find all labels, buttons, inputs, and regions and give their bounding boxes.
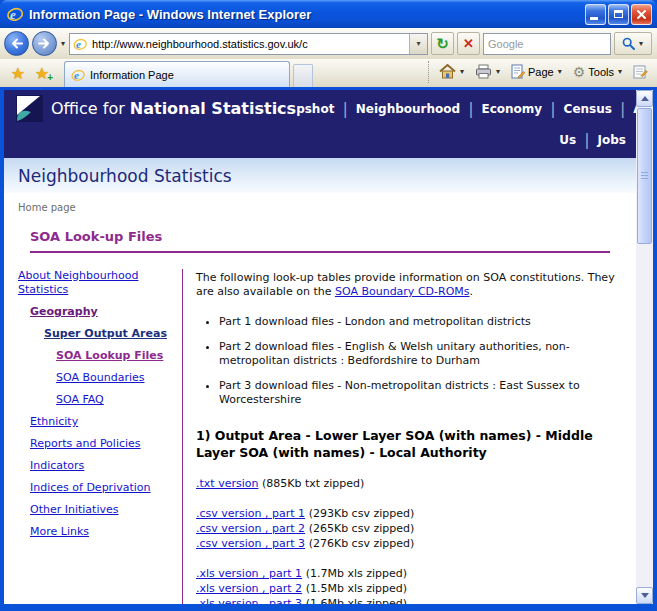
nav-separator: |	[342, 99, 347, 118]
close-icon	[632, 5, 651, 24]
edit-button[interactable]	[630, 62, 651, 81]
svg-text:e: e	[76, 37, 81, 49]
section-heading: 1) Output Area - Lower Layer SOA (with n…	[196, 427, 626, 461]
printer-icon	[475, 64, 492, 79]
new-tab-stub[interactable]	[293, 64, 313, 87]
nav-separator: |	[584, 130, 589, 149]
minimize-button[interactable]	[585, 4, 606, 25]
brand-text-light: Office for	[51, 99, 125, 118]
site-nav-row2: Us | Jobs	[16, 130, 626, 151]
file-size-info: (885Kb txt zipped)	[262, 477, 364, 490]
nav-separator: |	[468, 99, 473, 118]
nav-item-economy[interactable]: Economy	[482, 102, 543, 116]
print-dropdown-icon: ▾	[495, 67, 501, 76]
stop-icon: ✕	[463, 37, 474, 50]
intro-period: .	[470, 285, 474, 298]
site-header: Office for National Statistics pshot | N…	[4, 90, 636, 158]
web-page: Office for National Statistics pshot | N…	[4, 90, 636, 604]
tab-information-page[interactable]: e Information Page	[64, 61, 290, 87]
scroll-down-icon	[641, 593, 649, 598]
sidebar-item-geography[interactable]: Geography	[4, 305, 182, 319]
page-menu-button[interactable]: Page ▾	[508, 62, 566, 81]
print-button[interactable]: ▾	[472, 62, 504, 81]
xls-version-part3-link[interactable]: .xls version , part 3	[196, 597, 302, 604]
download-parts-list: Part 1 download files - London and metro…	[196, 315, 626, 407]
page-menu-label: Page	[528, 66, 554, 78]
nav-item-snapshot[interactable]: pshot	[296, 102, 334, 116]
sidebar-item-other-initiatives[interactable]: Other Initiatives	[4, 503, 182, 517]
plus-icon: +	[47, 72, 53, 83]
intro-paragraph: The following look-up tables provide inf…	[196, 271, 626, 299]
maximize-button[interactable]	[608, 4, 629, 25]
refresh-button[interactable]: ↻	[431, 32, 454, 55]
file-size-info: (293Kb csv zipped)	[309, 507, 415, 520]
sidebar-item-soa-faq[interactable]: SOA FAQ	[4, 393, 182, 407]
txt-version-link[interactable]: .txt version	[196, 477, 258, 490]
txt-file-group: .txt version (885Kb txt zipped)	[196, 476, 626, 491]
scroll-up-button[interactable]	[636, 90, 653, 107]
home-button[interactable]: ▾	[436, 62, 468, 81]
nav-item-us[interactable]: Us	[559, 133, 576, 147]
csv-version-part2-link[interactable]: .csv version , part 2	[196, 522, 305, 535]
sidebar-item-reports-and-policies[interactable]: Reports and Policies	[4, 437, 182, 451]
title-bar[interactable]: e Information Page - Windows Internet Ex…	[0, 0, 657, 28]
breadcrumb[interactable]: Home page	[4, 193, 636, 213]
file-size-info: (1.5Mb xls zipped)	[306, 582, 407, 595]
csv-version-part1-link[interactable]: .csv version , part 1	[196, 507, 305, 520]
search-icon	[622, 37, 635, 50]
nav-item-jobs[interactable]: Jobs	[598, 133, 626, 147]
search-button[interactable]: ▾	[614, 32, 652, 55]
file-size-info: (1.7Mb xls zipped)	[306, 567, 407, 580]
page-viewport: Office for National Statistics pshot | N…	[4, 90, 653, 604]
nav-item-neighbourhood[interactable]: Neighbourhood	[356, 102, 460, 116]
xls-version-part2-link[interactable]: .xls version , part 2	[196, 582, 302, 595]
svg-text:e: e	[10, 7, 16, 22]
close-button[interactable]	[631, 4, 652, 25]
nav-separator: |	[620, 99, 625, 118]
sidebar-item-soa-lookup-files[interactable]: SOA Lookup Files	[4, 349, 182, 363]
scroll-down-button[interactable]	[636, 587, 653, 604]
xls-version-part1-link[interactable]: .xls version , part 1	[196, 567, 302, 580]
back-button[interactable]	[4, 31, 29, 56]
sidebar-item-indices-of-deprivation[interactable]: Indices of Deprivation	[4, 481, 182, 495]
command-bar: ▾ ▾ Page ▾ ⚙ Too	[425, 59, 651, 87]
history-dropdown[interactable]: ▾	[60, 39, 66, 48]
soa-boundary-cdroms-link[interactable]: SOA Boundary CD-ROMs	[335, 285, 470, 298]
page-title: SOA Look-up Files	[30, 229, 610, 244]
sidebar-item-more-links[interactable]: More Links	[4, 525, 182, 539]
refresh-icon: ↻	[436, 36, 449, 51]
search-box[interactable]	[483, 33, 611, 55]
sidebar-item-indicators[interactable]: Indicators	[4, 459, 182, 473]
stop-button[interactable]: ✕	[457, 32, 480, 55]
sidebar-item-soa-boundaries[interactable]: SOA Boundaries	[4, 371, 182, 385]
address-dropdown[interactable]: ▾	[409, 34, 427, 54]
favorites-star-icon: ★	[11, 64, 25, 83]
home-dropdown-icon: ▾	[459, 67, 465, 76]
navigation-bar: ▾ e ▾ ↻ ✕ ▾	[0, 28, 657, 59]
window-title: Information Page - Windows Internet Expl…	[29, 7, 585, 22]
csv-version-part3-link[interactable]: .csv version , part 3	[196, 537, 305, 550]
nav-item-census[interactable]: Census	[564, 102, 612, 116]
window-border	[0, 604, 657, 608]
ons-logo-icon	[16, 95, 43, 122]
sidebar-item-super-output-areas[interactable]: Super Output Areas	[4, 327, 182, 341]
vertical-scrollbar[interactable]	[636, 90, 653, 604]
gear-icon: ⚙	[573, 65, 586, 79]
ie-logo-icon: e	[7, 6, 23, 22]
page-title-block: SOA Look-up Files	[30, 229, 610, 253]
ons-brand[interactable]: Office for National Statistics	[16, 95, 296, 122]
address-bar[interactable]: e ▾	[69, 33, 428, 55]
sidebar-item-about-neighbourhood-statistics[interactable]: About Neighbourhood Statistics	[4, 269, 182, 297]
tools-menu-button[interactable]: ⚙ Tools ▾	[570, 63, 626, 81]
scrollbar-thumb[interactable]	[637, 108, 652, 244]
xls-file-group: .xls version , part 1 (1.7Mb xls zipped)…	[196, 566, 626, 604]
favorites-button[interactable]: ★	[6, 60, 30, 86]
separator	[428, 61, 429, 83]
search-input[interactable]	[484, 37, 610, 51]
back-arrow-icon	[10, 38, 23, 49]
list-item: Part 1 download files - London and metro…	[219, 315, 626, 329]
add-favorite-button[interactable]: ★ +	[30, 60, 54, 86]
forward-button[interactable]	[32, 31, 57, 56]
address-input[interactable]	[90, 37, 409, 51]
sidebar-item-ethnicity[interactable]: Ethnicity	[4, 415, 182, 429]
